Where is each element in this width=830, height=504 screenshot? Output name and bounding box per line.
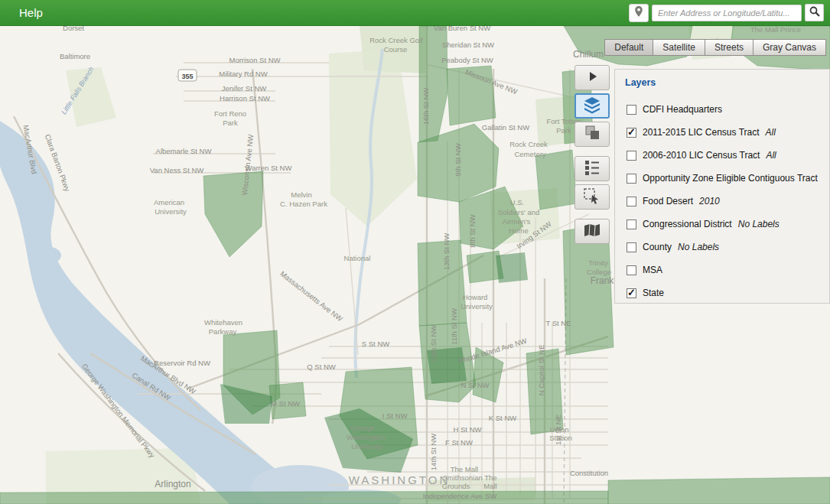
basemap-streets[interactable]: Streets [705, 39, 754, 56]
layer-checkbox-opportunity-zone[interactable] [627, 174, 636, 184]
layer-row-msa[interactable]: MSA [627, 259, 829, 281]
search-area [629, 4, 824, 22]
map-container: DorsetVan Buren St NWThe Mall PrincePark… [0, 26, 830, 504]
layer-row-state[interactable]: State [627, 281, 829, 304]
layer-row-food-desert[interactable]: Food Desert 2010 [627, 190, 829, 213]
layers-panel-title: Layers [625, 77, 829, 88]
layer-row-opportunity-zone[interactable]: Opportunity Zone Eligible Contiguous Tra… [627, 167, 829, 190]
layer-note: No Labels [738, 219, 780, 229]
select-button[interactable] [574, 184, 610, 210]
layer-checkbox-food-desert[interactable] [627, 197, 636, 206]
layer-checkbox-county[interactable] [627, 242, 636, 252]
collapse-panel-button[interactable] [574, 65, 610, 90]
play-right-icon [584, 69, 600, 86]
layer-checkbox-lic-2011-2015[interactable] [627, 128, 636, 138]
locate-button[interactable] [629, 4, 649, 22]
search-input[interactable] [652, 5, 802, 21]
swipe-squares-icon [584, 125, 601, 144]
basemap-default[interactable]: Default [604, 39, 653, 56]
layer-checkbox-msa[interactable] [627, 265, 636, 275]
map-toolbar [574, 65, 610, 247]
pushpin-icon [633, 5, 645, 20]
layer-label: CDFI Headquarters [643, 104, 722, 115]
legend-button[interactable] [574, 156, 610, 181]
magnifier-icon [809, 5, 821, 20]
layer-label: MSA [643, 265, 662, 275]
app-header: Help [0, 0, 830, 26]
select-marquee-icon [583, 187, 601, 207]
layer-note: All [766, 127, 776, 138]
basemap-gray-canvas[interactable]: Gray Canvas [753, 39, 826, 56]
layer-note: 2010 [699, 196, 720, 206]
layer-label: 2011-2015 LIC Census Tract [643, 127, 760, 138]
bookmarks-button[interactable] [574, 219, 610, 244]
layer-row-lic-2006-2010[interactable]: 2006-2010 LIC Census Tract All [627, 144, 829, 167]
layer-row-county[interactable]: County No Labels [627, 236, 829, 259]
swipe-button[interactable] [574, 122, 610, 147]
layer-label: Congressional District [643, 219, 732, 229]
layer-note: All [766, 150, 776, 161]
layer-label: 2006-2010 LIC Census Tract [643, 150, 760, 161]
folded-map-icon [583, 223, 601, 240]
basemap-satellite[interactable]: Satellite [653, 39, 705, 56]
help-menu[interactable]: Help [19, 6, 43, 19]
layer-checkbox-congressional-district[interactable] [627, 219, 636, 229]
layer-note: No Labels [678, 242, 719, 252]
basemap-switcher: Default Satellite Streets Gray Canvas [605, 39, 826, 56]
layer-checkbox-lic-2006-2010[interactable] [627, 151, 636, 161]
layers-panel: Layers CDFI Headquarters 2011-2015 LIC C… [614, 69, 830, 304]
legend-list-icon [583, 159, 601, 179]
layers-button[interactable] [574, 93, 610, 119]
layer-label: State [643, 288, 664, 298]
layer-checkbox-state[interactable] [627, 288, 636, 298]
layer-label: Opportunity Zone Eligible Contiguous Tra… [643, 173, 818, 184]
layer-label: Food Desert [643, 196, 693, 206]
search-button[interactable] [805, 4, 824, 21]
layer-row-congressional-district[interactable]: Congressional District No Labels [627, 213, 829, 236]
layer-label: County [643, 242, 672, 252]
layer-row-cdfi-headquarters[interactable]: CDFI Headquarters [627, 98, 829, 121]
layer-checkbox-cdfi-headquarters[interactable] [627, 105, 636, 115]
layer-row-lic-2011-2015[interactable]: 2011-2015 LIC Census Tract All [627, 121, 829, 144]
layers-icon [583, 96, 601, 116]
